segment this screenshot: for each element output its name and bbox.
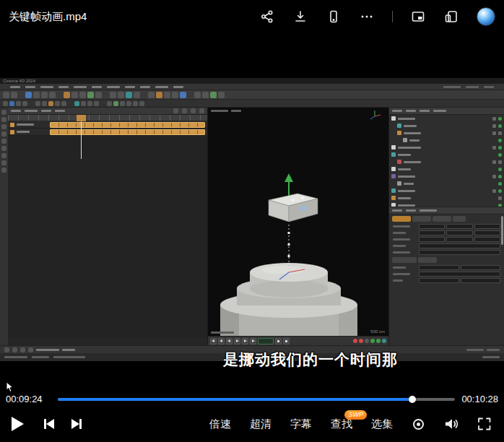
next-video-button[interactable] [71,419,82,429]
c4d-timeline-panel [8,108,208,345]
c4d-toolbar-secondary [0,100,504,108]
volume-icon[interactable] [443,416,459,432]
c4d-viewport: 500 cm [208,108,388,336]
c4d-rotation-key-icon [382,339,386,343]
c4d-autokey-icon [359,339,363,343]
mouse-cursor [6,381,14,393]
c4d-prev-key-icon [218,338,225,344]
c4d-sound-icon [283,338,290,344]
c4d-menu-bar [0,84,504,90]
c4d-attribute-manager-header [389,207,504,214]
playback-speed-button[interactable]: 倍速 [209,417,231,431]
picture-in-picture-icon[interactable] [410,9,426,25]
video-frame[interactable]: Cinema 4D 2024 [0,33,504,388]
share-icon[interactable] [259,9,275,25]
c4d-go-end-icon [250,338,256,344]
keyframe-track-icon [10,130,14,134]
c4d-frame-field [258,338,274,344]
c4d-timeline-empty-area [8,136,207,338]
control-bar: 倍速 超清 字幕 查找 SWP 选集 [0,406,504,442]
c4d-position-key-icon [370,339,375,343]
c4d-right-panel [388,108,504,345]
c4d-panel-scrollbar [501,216,503,245]
c4d-prev-frame-icon [226,338,233,344]
previous-video-button[interactable] [44,419,54,429]
c4d-current-frame-marker [77,115,86,121]
more-options-icon[interactable] [359,9,375,25]
c4d-track-name [8,130,50,134]
c4d-scale-key-icon [376,339,381,343]
c4d-track-name [8,123,50,127]
c4d-viewport-label [211,110,241,112]
c4d-track-row [8,129,207,136]
current-time: 00:09:24 [6,394,43,404]
c4d-transport-bar [208,336,388,345]
c4d-left-icon-strip [0,108,8,345]
topbar-divider [392,11,393,22]
c4d-playhead [81,121,82,159]
video-player: 关键帧动画.mp4 [0,0,504,442]
c4d-toolbar-main [0,90,504,100]
swp-badge: SWP [344,410,367,420]
progress-knob[interactable] [409,396,416,403]
video-title: 关键帧动画.mp4 [9,10,87,24]
c4d-viewport-info [211,332,234,334]
progress-fill [58,398,412,401]
search-button[interactable]: 查找 SWP [331,417,352,431]
c4d-attribute-manager [389,214,504,286]
mobile-device-icon[interactable] [326,9,342,25]
c4d-screenshot: Cinema 4D 2024 [0,78,504,361]
quality-button[interactable]: 超清 [250,417,271,431]
c4d-record-buttons [353,339,386,343]
c4d-track-row [8,121,207,129]
c4d-keyframe-bar [50,129,205,135]
c4d-record-icon [353,339,357,343]
c4d-window-title: Cinema 4D 2024 [0,78,504,84]
c4d-viewport-scale-label: 500 cm [370,329,385,334]
subtitle-text: 是挪动我们的一个时间那 [108,350,504,370]
play-button[interactable] [12,417,24,431]
c4d-attribute-tabs [389,214,504,223]
c4d-loop-icon [275,338,282,344]
mini-window-icon[interactable] [443,9,459,25]
c4d-timeline-ruler [8,115,207,121]
episodes-button[interactable]: 选集 [371,417,393,431]
user-avatar[interactable] [477,7,495,26]
fullscreen-icon[interactable] [477,416,492,432]
progress-bar[interactable] [58,398,455,401]
c4d-object-manager-header [389,108,504,115]
total-duration: 00:10:28 [461,394,498,404]
c4d-go-start-icon [210,338,217,344]
c4d-keyframe-bar [50,122,205,128]
c4d-next-frame-icon [242,338,248,344]
c4d-key-icon [365,339,369,343]
subtitles-button[interactable]: 字幕 [290,417,312,431]
record-target-icon[interactable] [410,416,426,432]
keyframe-track-icon [10,123,14,127]
c4d-3d-scene [208,108,388,336]
download-icon[interactable] [292,9,308,25]
c4d-play-icon [234,338,240,344]
c4d-timeline-toolbar [8,108,207,115]
top-bar: 关键帧动画.mp4 [0,0,504,33]
c4d-object-manager [389,115,504,207]
